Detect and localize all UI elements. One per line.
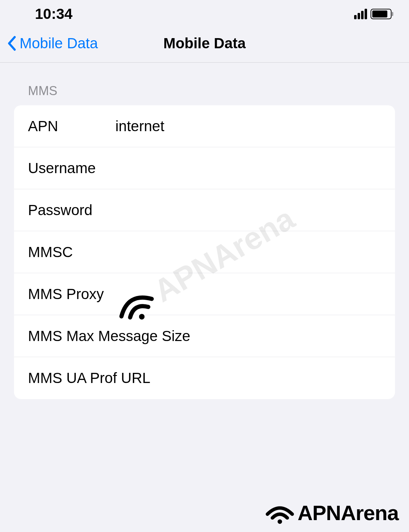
wifi-icon: [265, 502, 295, 524]
svg-point-1: [278, 519, 282, 524]
row-password[interactable]: Password: [14, 189, 395, 231]
back-label: Mobile Data: [20, 35, 98, 52]
battery-icon: [371, 9, 392, 19]
chevron-left-icon: [7, 36, 17, 51]
row-label: APN: [28, 118, 112, 135]
row-mms-proxy[interactable]: MMS Proxy: [14, 273, 395, 315]
settings-group-mms: APN Username Password MMSC MMS Proxy MMS…: [14, 105, 395, 399]
row-label: MMS Proxy: [28, 286, 112, 303]
row-mms-ua-prof-url[interactable]: MMS UA Prof URL: [14, 357, 395, 399]
row-mms-max-size[interactable]: MMS Max Message Size: [14, 315, 395, 357]
apn-input[interactable]: [112, 118, 381, 135]
row-label: Password: [28, 202, 112, 219]
watermark-text: APNArena: [297, 501, 399, 525]
row-username[interactable]: Username: [14, 147, 395, 189]
row-label: MMS UA Prof URL: [28, 370, 193, 386]
mms-proxy-input[interactable]: [112, 286, 381, 303]
status-time: 10:34: [35, 6, 72, 22]
page-title: Mobile Data: [163, 35, 246, 52]
mms-ua-prof-url-input[interactable]: [193, 370, 381, 386]
mms-max-size-input[interactable]: [193, 328, 381, 345]
watermark-bottom: APNArena: [265, 501, 399, 525]
row-apn[interactable]: APN: [14, 105, 395, 147]
status-bar: 10:34: [0, 0, 409, 28]
mmsc-input[interactable]: [112, 244, 381, 261]
row-label: MMSC: [28, 244, 112, 261]
password-input[interactable]: [112, 202, 381, 219]
status-right: [354, 9, 392, 19]
section-header-mms: MMS: [14, 84, 395, 105]
content: MMS APN Username Password MMSC MMS Proxy: [0, 63, 409, 399]
username-input[interactable]: [112, 160, 381, 177]
back-button[interactable]: Mobile Data: [7, 35, 98, 52]
row-label: MMS Max Message Size: [28, 328, 193, 345]
navigation-bar: Mobile Data Mobile Data: [0, 28, 409, 63]
row-label: Username: [28, 160, 112, 177]
cellular-signal-icon: [354, 9, 367, 19]
row-mmsc[interactable]: MMSC: [14, 231, 395, 273]
